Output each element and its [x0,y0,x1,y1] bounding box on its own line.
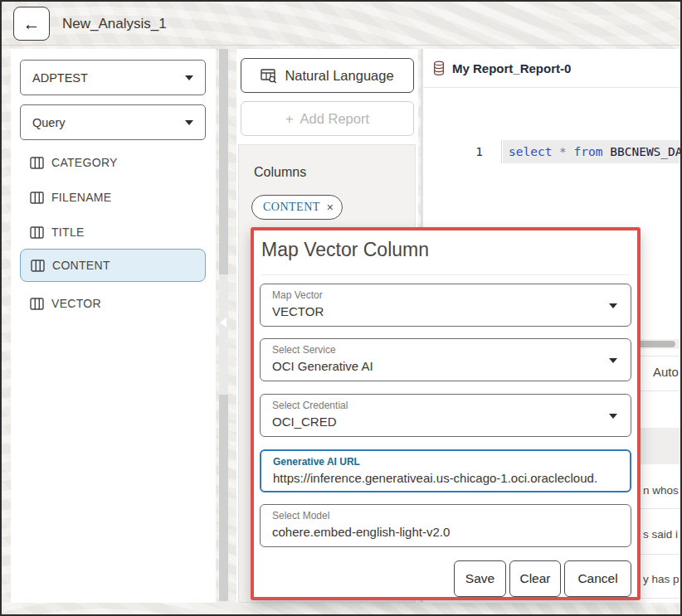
field-label: Generative AI URL [273,456,360,468]
field-value: OCI_CRED [272,415,597,429]
collapse-left-icon[interactable] [220,318,227,327]
map-vector-select[interactable]: Map Vector VECTOR [260,284,631,327]
sql-keyword: select [509,145,559,158]
field-value: https://inference.generativeai.us-chicag… [273,471,597,485]
database-select-value: ADPTEST [32,71,185,85]
chevron-down-icon[interactable] [609,414,617,419]
sidebar-item-title[interactable]: TITLE [20,216,206,249]
sidebar-item-label: FILENAME [51,191,111,204]
column-chip-content[interactable]: CONTENT × [251,195,343,220]
result-row-fragment: s said i [643,528,678,541]
panel-splitter[interactable] [219,49,228,601]
query-type-select-value: Query [32,116,185,129]
plus-icon: + [285,111,294,127]
field-value: cohere.embed-english-light-v2.0 [272,525,597,539]
field-label: Select Service [272,344,336,356]
column-icon [30,226,44,239]
chevron-down-icon [185,120,193,125]
add-report-button[interactable]: + Add Report [241,101,414,136]
add-report-label: Add Report [300,111,369,127]
back-button[interactable]: ← [13,7,50,41]
chevron-down-icon[interactable] [609,303,617,308]
select-credential-select[interactable]: Select Credential OCI_CRED [260,394,631,437]
column-icon [30,298,44,310]
sidebar-item-content[interactable]: CONTENT [20,249,206,282]
field-value: VECTOR [272,304,597,318]
sql-code-line[interactable]: select * from BBCNEWS_DAT [503,140,682,163]
clear-button[interactable]: Clear [509,560,561,597]
sidebar-item-category[interactable]: CATEGORY [20,146,206,179]
chevron-down-icon[interactable] [609,358,617,363]
sql-editor[interactable]: 1 select * from BBCNEWS_DAT [423,140,682,163]
splitter-track [219,274,228,395]
back-arrow-icon: ← [23,14,41,34]
chevron-down-icon [185,75,193,80]
sidebar-item-label: VECTOR [51,297,101,310]
sidebar-item-label: TITLE [51,226,85,239]
sql-operator: * [559,145,573,158]
generative-ai-url-input[interactable]: Generative AI URL https://inference.gene… [260,449,631,492]
page-title: New_Analysis_1 [62,16,167,32]
report-title: My Report_Report-0 [452,61,571,75]
result-row-fragment: n whos [643,484,679,497]
natural-language-label: Natural Language [285,68,393,84]
natural-language-button[interactable]: Natural Language [241,58,414,93]
dialog-title: Map Vector Column [261,239,630,275]
sidebar-item-label: CATEGORY [51,156,118,169]
column-icon [31,259,45,272]
sql-table-name: BBCNEWS_DAT [610,145,682,158]
database-icon [433,61,445,76]
query-type-select[interactable]: Query [20,104,206,140]
sidebar: ADPTEST Query CATEGORY FILENAME TITLE CO… [11,49,216,603]
sidebar-item-label: CONTENT [52,259,110,272]
field-label: Select Credential [272,400,348,411]
select-model-input[interactable]: Select Model cohere.embed-english-light-… [260,504,631,547]
top-bar: ← New_Analysis_1 [2,2,680,46]
sidebar-item-vector[interactable]: VECTOR [20,287,206,320]
chip-label: CONTENT [263,201,320,214]
app-window: ← New_Analysis_1 ADPTEST Query CATEGORY … [0,0,682,616]
save-button[interactable]: Save [454,560,506,597]
line-number: 1 [423,140,502,163]
report-header: My Report_Report-0 [423,49,682,88]
close-icon[interactable]: × [327,201,334,214]
column-icon [30,157,44,169]
field-label: Select Model [272,510,329,521]
sidebar-item-filename[interactable]: FILENAME [20,181,206,214]
database-select[interactable]: ADPTEST [20,60,206,95]
tab-auto[interactable]: Auto [653,365,679,379]
select-service-select[interactable]: Select Service OCI Generative AI [260,338,631,381]
field-value: OCI Generative AI [272,359,597,373]
cancel-button[interactable]: Cancel [564,560,631,597]
sql-keyword: from [574,145,611,158]
result-row-fragment: y has p [643,573,680,585]
field-label: Map Vector [272,289,323,301]
table-search-icon [261,68,278,84]
column-icon [30,192,44,204]
columns-panel-title: Columns [254,165,306,180]
map-vector-column-dialog: Map Vector Column Map Vector VECTOR Sele… [251,227,641,600]
